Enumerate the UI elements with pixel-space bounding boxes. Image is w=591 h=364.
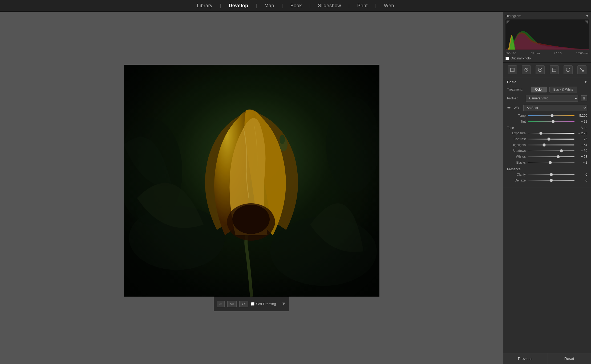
basic-panel-dropdown[interactable]: ▼ [584,80,587,84]
dehaze-slider-row: Dehaze 0 [507,179,587,182]
treatment-bw-button[interactable]: Black & White [549,87,577,92]
temp-slider[interactable] [528,115,574,116]
blacks-slider-row: Blacks − 2 [507,161,587,164]
blacks-value: − 2 [577,161,587,164]
yy-button[interactable]: YY [239,301,248,307]
profile-grid-button[interactable]: ⊞ [581,95,587,101]
soft-proofing-checkbox[interactable]: Soft Proofing [251,302,276,306]
contrast-value: − 25 [577,137,587,141]
expand-icon[interactable]: ▼ [281,301,286,307]
top-nav: Library | Develop | Map | Book | Slidesh… [0,0,591,12]
whites-thumb[interactable] [557,155,560,158]
soft-proofing-label: Soft Proofing [256,302,276,306]
tint-value: + 11 [577,120,587,123]
basic-panel: Basic ▼ Treatment : Color Black & White … [503,77,591,187]
histogram-canvas [505,19,589,50]
adjustment-brush-tool[interactable] [577,65,586,74]
wb-eyedropper[interactable]: ✒ [507,105,511,111]
dehaze-label: Dehaze [507,179,526,182]
original-photo-checkbox[interactable] [505,57,509,60]
histogram-section: Histogram ▼ [503,12,591,63]
basic-panel-header: Basic ▼ [507,80,587,84]
dehaze-value: 0 [577,179,587,182]
whites-value: + 23 [577,155,587,159]
exposure-label: Exposure [507,131,526,135]
tint-slider[interactable] [528,121,574,122]
view-mode-button[interactable]: ▭ [217,301,225,307]
nav-book[interactable]: Book [288,2,304,10]
tone-auto-button[interactable]: Auto [581,126,587,130]
shadow-clip-indicator [507,21,510,24]
shadows-thumb[interactable] [560,149,563,152]
highlights-slider[interactable] [528,144,574,145]
temp-value: 5,200 [577,114,587,118]
aa-button[interactable]: AA [227,301,236,307]
treatment-color-button[interactable]: Color [531,87,547,92]
contrast-thumb[interactable] [547,137,550,141]
contrast-label: Contrast [507,137,526,141]
dehaze-slider[interactable] [528,180,574,181]
clarity-label: Clarity [507,173,526,176]
shadows-slider[interactable] [528,150,574,151]
whites-slider-row: Whites + 23 [507,155,587,159]
shadows-value: + 39 [577,149,587,153]
wb-select[interactable]: As Shot [523,105,587,111]
panel-spacer [503,187,591,353]
photo-image [124,65,379,297]
histogram-dropdown-icon[interactable]: ▼ [585,14,589,18]
nav-develop[interactable]: Develop [226,2,250,10]
nav-slideshow[interactable]: Slideshow [316,2,343,10]
clarity-slider-row: Clarity 0 [507,173,587,176]
svg-point-16 [539,69,541,70]
profile-label: Profile : [507,96,523,100]
nav-web[interactable]: Web [382,2,396,10]
presence-header: Presence [507,167,587,171]
crop-tool[interactable] [508,65,517,74]
blacks-slider[interactable] [528,162,574,163]
nav-library[interactable]: Library [195,2,215,10]
profile-select[interactable]: Camera Vivid [526,95,578,102]
histogram-header: Histogram ▼ [505,14,589,18]
tint-thumb[interactable] [552,120,555,123]
temp-thumb[interactable] [550,114,554,117]
previous-button[interactable]: Previous [503,353,547,364]
reset-button[interactable]: Reset [547,353,591,364]
treatment-row: Treatment : Color Black & White [507,87,587,92]
whites-slider[interactable] [528,156,574,157]
bottom-toolbar: ▭ AA YY Soft Proofing ▼ [214,297,289,311]
nav-map[interactable]: Map [262,2,276,10]
redeye-tool[interactable] [536,65,545,74]
treatment-label: Treatment : [507,88,528,91]
shutter-value: 1/800 sec [576,52,589,55]
nav-print[interactable]: Print [355,2,370,10]
svg-point-17 [539,69,540,70]
highlights-value: − 54 [577,143,587,147]
blacks-thumb[interactable] [549,161,552,164]
dehaze-thumb[interactable] [550,179,553,182]
radial-filter-tool[interactable] [564,65,573,74]
soft-proofing-input[interactable] [251,302,254,306]
spot-removal-tool[interactable] [522,65,531,74]
temp-label: Temp [507,114,526,118]
highlight-clip-indicator [585,21,588,24]
exposure-slider[interactable] [528,133,574,134]
contrast-slider[interactable] [528,139,574,140]
graduated-filter-tool[interactable] [550,65,559,74]
highlights-slider-row: Highlights − 54 [507,143,587,147]
highlights-label: Highlights [507,143,526,147]
histogram-chart [505,19,589,50]
aperture-value: f / 5.0 [554,52,562,55]
right-panel: Histogram ▼ [503,12,591,364]
clarity-slider[interactable] [528,174,574,175]
tint-label: Tint [507,120,526,123]
exposure-slider-row: Exposure − 2.76 [507,131,587,135]
tone-label: Tone [507,126,514,130]
clarity-thumb[interactable] [550,173,553,176]
highlights-thumb[interactable] [543,143,546,147]
focal-value: 35 mm [531,52,540,55]
tools-row [503,63,591,77]
profile-row: Profile : Camera Vivid ⊞ [507,95,587,102]
exposure-value: − 2.76 [577,131,587,135]
clarity-value: 0 [577,173,587,176]
exposure-thumb[interactable] [539,132,543,135]
